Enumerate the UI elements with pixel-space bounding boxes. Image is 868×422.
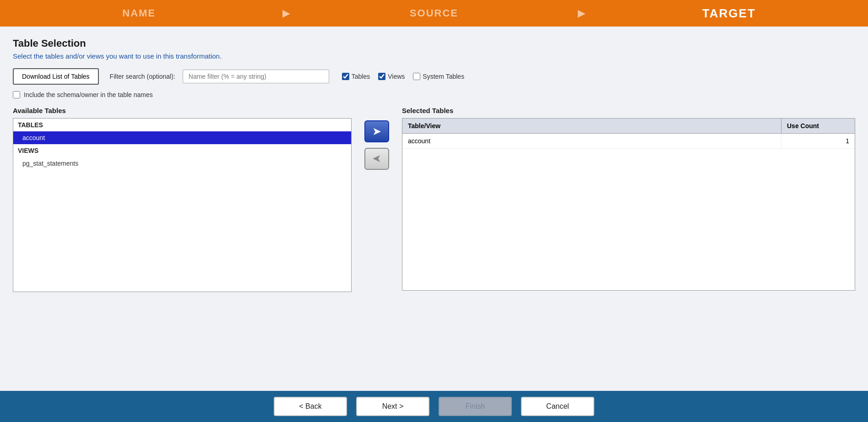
download-button[interactable]: Download List of Tables xyxy=(13,68,99,85)
system-tables-checkbox[interactable] xyxy=(413,73,420,80)
tables-checkbox-text: Tables xyxy=(352,73,370,80)
list-item-account[interactable]: account xyxy=(13,131,351,144)
remove-button[interactable]: ➤ xyxy=(364,148,389,170)
selected-table: Table/View Use Count account 1 xyxy=(402,118,855,291)
cancel-button[interactable]: Cancel xyxy=(521,397,594,416)
nav-step-name[interactable]: NAME xyxy=(0,0,278,27)
checkbox-group: Tables Views System Tables xyxy=(342,73,464,80)
top-nav: NAME ▶ SOURCE ▶ TARGET xyxy=(0,0,868,27)
views-checkbox-label[interactable]: Views xyxy=(378,73,405,80)
col-use-count-header: Use Count xyxy=(781,119,855,133)
right-arrow-icon: ➤ xyxy=(372,125,381,138)
nav-step-source[interactable]: SOURCE xyxy=(295,0,573,27)
system-tables-checkbox-label[interactable]: System Tables xyxy=(413,73,464,80)
nav-arrow-2: ▶ xyxy=(573,7,590,19)
system-tables-checkbox-text: System Tables xyxy=(423,73,464,80)
page-title: Table Selection xyxy=(13,38,855,49)
selected-table-header: Table/View Use Count xyxy=(402,119,855,134)
selected-tables-title: Selected Tables xyxy=(402,107,855,114)
cell-count-account: 1 xyxy=(781,134,855,148)
available-panel: Available Tables TABLES account VIEWS pg… xyxy=(13,107,352,292)
bottom-nav: < Back Next > Finish Cancel xyxy=(0,391,868,422)
views-checkbox[interactable] xyxy=(378,73,385,80)
available-tables-title: Available Tables xyxy=(13,107,352,114)
finish-button: Finish xyxy=(439,397,512,416)
list-item-pg-stat-statements[interactable]: pg_stat_statements xyxy=(13,157,351,170)
left-arrow-icon: ➤ xyxy=(372,152,381,165)
selected-panel: Selected Tables Table/View Use Count acc… xyxy=(402,107,855,291)
page-subtitle: Select the tables and/or views you want … xyxy=(13,52,855,60)
toolbar-row: Download List of Tables Filter search (o… xyxy=(13,68,855,85)
filter-label: Filter search (optional): xyxy=(110,73,175,80)
next-button[interactable]: Next > xyxy=(356,397,429,416)
back-button[interactable]: < Back xyxy=(274,397,347,416)
tables-checkbox-label[interactable]: Tables xyxy=(342,73,370,80)
table-row[interactable]: account 1 xyxy=(402,134,855,149)
arrow-buttons: ➤ ➤ xyxy=(352,107,402,170)
views-group-header: VIEWS xyxy=(13,144,351,157)
schema-label: Include the schema/owner in the table na… xyxy=(24,91,153,98)
schema-row: Include the schema/owner in the table na… xyxy=(13,91,855,98)
tables-section: Available Tables TABLES account VIEWS pg… xyxy=(13,107,855,384)
schema-checkbox[interactable] xyxy=(13,91,20,98)
nav-step-target[interactable]: TARGET xyxy=(590,0,868,27)
available-list[interactable]: TABLES account VIEWS pg_stat_statements xyxy=(13,118,352,292)
add-button[interactable]: ➤ xyxy=(364,120,389,142)
tables-group-header: TABLES xyxy=(13,119,351,131)
cell-name-account: account xyxy=(402,134,781,148)
nav-arrow-1: ▶ xyxy=(278,7,295,19)
filter-input[interactable] xyxy=(183,70,329,83)
selected-table-body: account 1 xyxy=(402,134,855,290)
main-content: Table Selection Select the tables and/or… xyxy=(0,27,868,391)
tables-checkbox[interactable] xyxy=(342,73,349,80)
col-table-view-header: Table/View xyxy=(402,119,781,133)
views-checkbox-text: Views xyxy=(388,73,405,80)
